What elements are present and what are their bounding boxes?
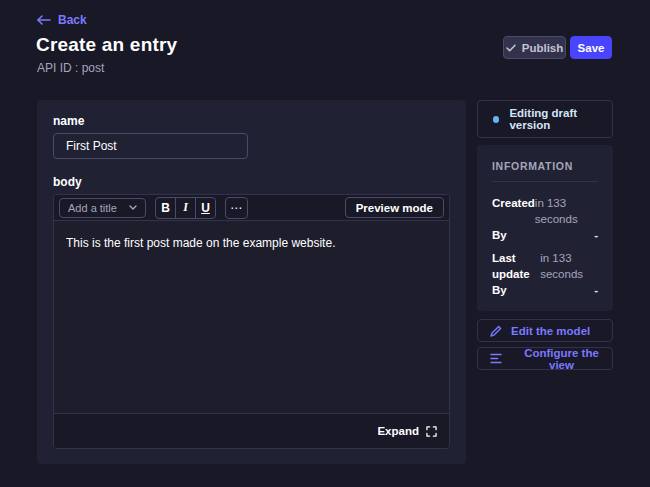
draft-status-label: Editing draft version [509,107,612,131]
check-icon [506,44,516,52]
draft-dot-icon [493,116,499,123]
editor-textarea[interactable]: This is the first post made on the examp… [54,221,449,413]
editor-text: This is the first post made on the examp… [66,236,335,250]
info-row-last-update: Last update in 133 seconds [492,250,598,282]
entry-sidebar: Editing draft version INFORMATION Create… [477,100,613,370]
name-field-label: name [53,114,450,128]
edit-model-label: Edit the model [511,325,590,337]
back-label: Back [58,13,87,27]
info-row-spacer [492,243,598,250]
layout-lines-icon [490,353,502,364]
entry-form-panel: name body Add a title B I U ⋯ Preview mo… [37,100,466,464]
preview-mode-button[interactable]: Preview mode [345,197,444,218]
heading-select-value: Add a title [68,202,117,214]
api-id-subtitle: API ID : post [37,61,104,75]
info-row-updated-by: By - [492,282,598,298]
info-row-created-by: By - [492,227,598,243]
configure-view-label: Configure the view [511,347,612,371]
format-button-group: B I U [155,197,216,219]
editor-toolbar: Add a title B I U ⋯ Preview mode [54,195,449,221]
information-rows: Created in 133 seconds By - Last update … [492,195,598,298]
more-formats-button[interactable]: ⋯ [225,197,248,219]
expand-icon [426,426,437,437]
information-panel: INFORMATION Created in 133 seconds By - … [477,145,613,311]
body-field-label: body [53,175,450,189]
draft-status-box: Editing draft version [477,100,613,138]
save-label: Save [578,42,605,54]
pencil-icon [490,325,502,337]
configure-view-button[interactable]: Configure the view [477,347,613,370]
underline-button[interactable]: U [195,197,216,219]
save-button[interactable]: Save [570,36,612,59]
publish-label: Publish [522,42,564,54]
edit-model-button[interactable]: Edit the model [477,319,613,342]
editor-expand-bar[interactable]: Expand [54,413,449,448]
publish-button[interactable]: Publish [503,36,566,59]
information-divider [492,181,598,182]
chevron-down-icon [129,205,137,210]
page-title: Create an entry [36,34,177,56]
arrow-left-icon [37,15,51,25]
expand-label: Expand [377,425,419,437]
italic-button[interactable]: I [175,197,196,219]
name-input[interactable] [53,133,248,159]
back-link[interactable]: Back [37,13,87,27]
heading-select[interactable]: Add a title [59,198,146,218]
info-row-created: Created in 133 seconds [492,195,598,227]
bold-button[interactable]: B [155,197,176,219]
rich-text-editor: Add a title B I U ⋯ Preview mode This is… [53,194,450,449]
information-heading: INFORMATION [492,160,598,172]
